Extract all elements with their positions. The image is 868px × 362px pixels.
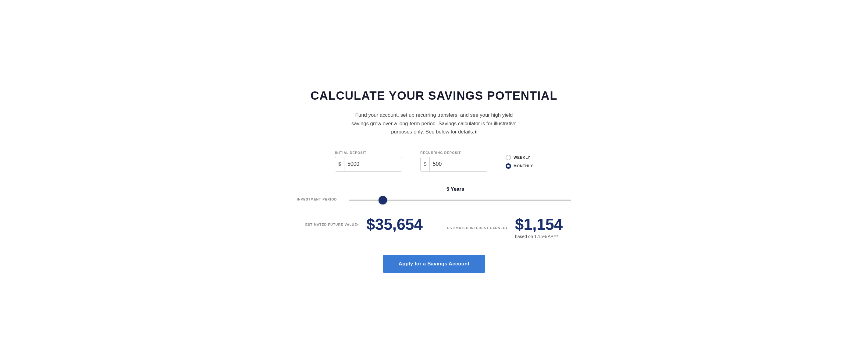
frequency-group: WEEKLY MONTHLY	[506, 154, 533, 169]
recurring-deposit-input[interactable]	[430, 157, 487, 171]
weekly-radio[interactable]	[506, 155, 511, 160]
inputs-row: INITIAL DEPOSIT $ ▲ ▼ RECURRING DEPOSIT …	[297, 151, 571, 171]
initial-deposit-group: INITIAL DEPOSIT $ ▲ ▼	[335, 151, 402, 171]
investment-period-side-label: INVESTMENT PERIOD	[297, 197, 337, 201]
years-display: 5 Years	[340, 186, 571, 192]
monthly-radio[interactable]	[506, 163, 511, 169]
slider-section: 5 Years INVESTMENT PERIOD	[297, 186, 571, 202]
investment-period-slider[interactable]	[349, 200, 571, 201]
interest-earned-group: ESTIMATED INTEREST EARNED♦ $1,154 based …	[447, 217, 563, 239]
interest-earned-label: ESTIMATED INTEREST EARNED♦	[447, 226, 508, 230]
slider-label-row: 5 Years	[297, 186, 571, 192]
initial-deposit-currency: $	[335, 157, 344, 171]
slider-track-container: INVESTMENT PERIOD	[297, 197, 571, 202]
initial-deposit-input[interactable]	[344, 157, 402, 171]
recurring-deposit-input-wrapper: $ ▲ ▼	[420, 157, 487, 171]
initial-deposit-input-wrapper: $ ▲ ▼	[335, 157, 402, 171]
interest-earned-amount: $1,154	[515, 217, 563, 232]
slider-wrapper	[349, 197, 571, 202]
future-value-amount: $35,654	[366, 217, 423, 232]
interest-earned-block: $1,154 based on 1.15% APY*	[515, 217, 563, 239]
apy-note: based on 1.15% APY*	[515, 234, 558, 239]
monthly-label: MONTHLY	[514, 164, 533, 168]
future-value-label: ESTIMATED FUTURE VALUE♦	[305, 223, 359, 226]
recurring-deposit-label: RECURRING DEPOSIT	[420, 151, 461, 155]
page-title: CALCULATE YOUR SAVINGS POTENTIAL	[297, 89, 571, 102]
apply-button[interactable]: Apply for a Savings Account	[383, 255, 485, 273]
subtitle: Fund your account, set up recurring tran…	[349, 111, 519, 136]
weekly-option[interactable]: WEEKLY	[506, 155, 530, 160]
recurring-deposit-currency: $	[421, 157, 430, 171]
future-value-block: $35,654	[366, 217, 423, 232]
results-row: ESTIMATED FUTURE VALUE♦ $35,654 ESTIMATE…	[297, 217, 571, 239]
initial-deposit-label: INITIAL DEPOSIT	[335, 151, 366, 155]
calculator-container: CALCULATE YOUR SAVINGS POTENTIAL Fund yo…	[297, 89, 571, 273]
weekly-label: WEEKLY	[514, 155, 530, 160]
future-value-group: ESTIMATED FUTURE VALUE♦ $35,654	[305, 217, 423, 232]
monthly-option[interactable]: MONTHLY	[506, 163, 533, 169]
recurring-deposit-group: RECURRING DEPOSIT $ ▲ ▼	[420, 151, 487, 171]
